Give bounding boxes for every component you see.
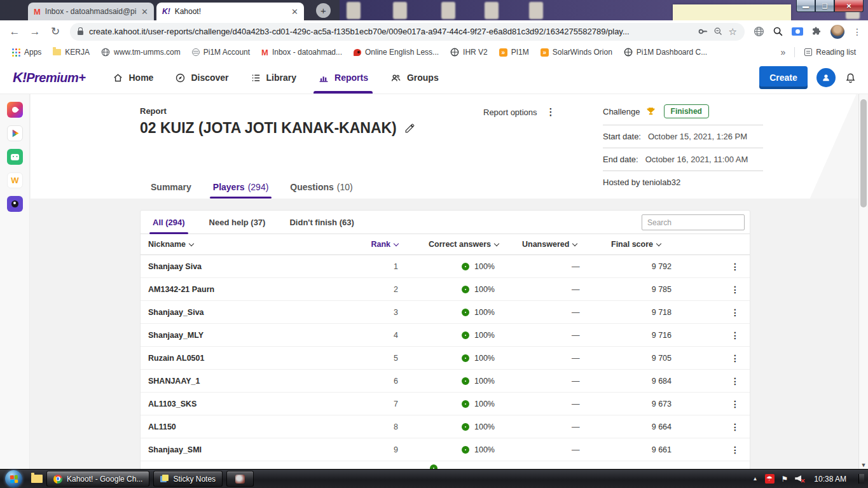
back-button[interactable]: ← [6, 24, 23, 40]
row-menu-button[interactable]: ⋮ [672, 445, 750, 455]
action-center-flag-icon[interactable]: ⚑ [782, 475, 789, 484]
tray-expand-icon[interactable]: ▲ [753, 476, 758, 482]
apps-shortcut[interactable]: Apps [6, 48, 47, 57]
start-button[interactable] [5, 470, 22, 487]
table-row[interactable]: AL1150 8 100% — 9 664 ⋮ [141, 415, 750, 438]
filter-didnt-finish[interactable]: Didn't finish (63) [277, 211, 366, 234]
desktop-icon[interactable] [347, 2, 361, 19]
nav-library[interactable]: Library [240, 62, 307, 94]
bookmark-pi1m-account[interactable]: Pi1M Account [186, 48, 256, 57]
desktop-icon[interactable] [529, 2, 543, 19]
desktop-icon[interactable] [485, 2, 499, 19]
table-row[interactable]: AL1103_SKS 7 100% — 9 673 ⋮ [141, 393, 750, 415]
row-menu-button[interactable]: ⋮ [672, 261, 750, 272]
bookmarks-overflow-chevron[interactable]: » [776, 47, 791, 57]
row-menu-button[interactable]: ⋮ [672, 376, 750, 386]
nav-discover[interactable]: Discover [164, 62, 239, 94]
report-options-menu-icon[interactable]: ⋮ [546, 106, 556, 118]
row-menu-button[interactable]: ⋮ [672, 284, 750, 295]
sidebar-app-gradient-drop-icon[interactable] [7, 102, 23, 118]
filter-all[interactable]: All (294) [141, 211, 197, 234]
kahoot-logo[interactable]: K! Premium+ [0, 69, 102, 86]
desktop-icon[interactable] [441, 2, 455, 19]
avira-icon[interactable]: ☂ [765, 474, 775, 484]
restore-button[interactable]: ❑ [815, 0, 834, 12]
table-row[interactable]: Shanjaay_MLY 4 100% — 9 716 ⋮ [141, 324, 750, 347]
create-button[interactable]: Create [759, 66, 808, 89]
forward-button[interactable]: → [27, 24, 43, 40]
scrollbar-thumb[interactable] [860, 99, 867, 207]
bookmark-pi1m-dashboard[interactable]: Pi1M Dashboard C... [618, 48, 713, 57]
bookmark-tm-umms[interactable]: www.tm-umms.com [95, 48, 186, 57]
tab-close-icon[interactable]: ✕ [291, 7, 298, 17]
clock[interactable]: 10:38 AM [811, 475, 849, 484]
minimize-button[interactable]: ▬ [796, 0, 815, 12]
edit-pencil-icon[interactable] [404, 123, 415, 134]
sidebar-app-play-icon[interactable] [7, 125, 23, 141]
browser-tab-gmail[interactable]: M Inbox - datoahmadsaid@pi1m.c... ✕ [28, 3, 154, 20]
bookmark-kerja[interactable]: KERJA [47, 48, 95, 57]
bookmark-star-icon[interactable]: ☆ [729, 26, 737, 38]
taskbar-sticky-notes-button[interactable]: Sticky Notes [153, 471, 223, 487]
table-row[interactable]: AM1342-21 Paurn 2 100% — 9 785 ⋮ [141, 278, 750, 301]
profile-avatar[interactable] [830, 25, 844, 39]
row-menu-button[interactable]: ⋮ [672, 307, 750, 317]
camera-extension-icon[interactable] [792, 27, 803, 36]
column-final-score[interactable]: Final score [611, 240, 672, 249]
volume-muted-icon[interactable]: ✕ [795, 475, 804, 483]
table-row[interactable]: Ruzain AL0501 5 100% — 9 705 ⋮ [141, 347, 750, 370]
nav-home[interactable]: Home [102, 62, 164, 94]
taskbar-chrome-button[interactable]: Kahoot! - Google Ch... [46, 471, 149, 487]
tab-players[interactable]: Players (294) [202, 176, 280, 199]
address-bar[interactable]: create.kahoot.it/user-reports/challenge/… [70, 23, 745, 41]
new-tab-button[interactable]: + [316, 3, 331, 18]
tab-questions[interactable]: Questions (10) [279, 176, 363, 199]
nav-reports[interactable]: Reports [307, 62, 379, 94]
taskbar-app-button[interactable] [226, 471, 254, 487]
reading-list-button[interactable]: Reading list [799, 48, 862, 57]
tab-close-icon[interactable]: ✕ [141, 7, 148, 17]
sidebar-app-monster-icon[interactable] [7, 196, 23, 212]
globe-icon[interactable] [754, 26, 764, 37]
bell-icon[interactable] [844, 72, 857, 84]
bookmark-inbox[interactable]: M Inbox - datoahmad... [256, 48, 348, 57]
column-correct-answers[interactable]: Correct answers [398, 240, 522, 249]
row-menu-button[interactable]: ⋮ [672, 353, 750, 363]
row-menu-button[interactable]: ⋮ [672, 422, 750, 432]
zoom-out-icon[interactable] [713, 27, 723, 36]
bookmark-online-english[interactable]: Online English Less... [348, 48, 444, 57]
close-button[interactable]: ✕ [834, 0, 864, 12]
show-desktop-button[interactable] [858, 474, 864, 484]
table-row[interactable]: Shanjaay Siva 1 100% — 9 792 ⋮ [141, 255, 750, 278]
url-text[interactable]: create.kahoot.it/user-reports/challenge/… [89, 27, 692, 36]
column-unanswered[interactable]: Unanswered [522, 240, 611, 249]
sidebar-app-w-icon[interactable]: W [7, 172, 23, 188]
bookmark-ihr-v2[interactable]: IHR V2 [444, 48, 493, 57]
report-options-label[interactable]: Report options [483, 108, 537, 117]
table-row[interactable]: Shanjaay_SMI 9 100% — 9 661 ⋮ [141, 438, 750, 461]
account-avatar[interactable] [816, 68, 836, 87]
column-nickname[interactable]: Nickname [141, 240, 366, 249]
reload-button[interactable]: ↻ [47, 24, 64, 40]
bookmark-pi1m[interactable]: » PI1M [493, 48, 535, 57]
search-input[interactable] [642, 214, 745, 230]
browser-tab-kahoot[interactable]: K! Kahoot! ✕ [156, 3, 304, 20]
chrome-menu-icon[interactable]: ⋮ [853, 27, 862, 37]
key-icon[interactable] [698, 27, 708, 36]
row-menu-button[interactable]: ⋮ [672, 330, 750, 340]
bookmark-solarwinds-orion[interactable]: » SolarWinds Orion [535, 48, 618, 57]
filter-need-help[interactable]: Need help (37) [197, 211, 278, 234]
search-extension-icon[interactable] [773, 26, 783, 37]
page-scrollbar[interactable]: ▼ [858, 94, 868, 469]
column-rank[interactable]: Rank [366, 240, 398, 249]
file-explorer-button[interactable] [31, 475, 43, 483]
row-menu-button[interactable]: ⋮ [672, 399, 750, 409]
extensions-puzzle-icon[interactable] [811, 26, 822, 37]
scrollbar-down-arrow[interactable]: ▼ [859, 462, 868, 468]
table-row[interactable]: SHANJAAY_1 6 100% — 9 684 ⋮ [141, 370, 750, 393]
tab-summary[interactable]: Summary [140, 176, 202, 199]
desktop-icon[interactable] [393, 2, 407, 19]
nav-groups[interactable]: Groups [379, 62, 450, 94]
sidebar-app-chatbot-icon[interactable] [7, 149, 23, 165]
table-row[interactable]: Shanjaay_Siva 3 100% — 9 718 ⋮ [141, 301, 750, 324]
